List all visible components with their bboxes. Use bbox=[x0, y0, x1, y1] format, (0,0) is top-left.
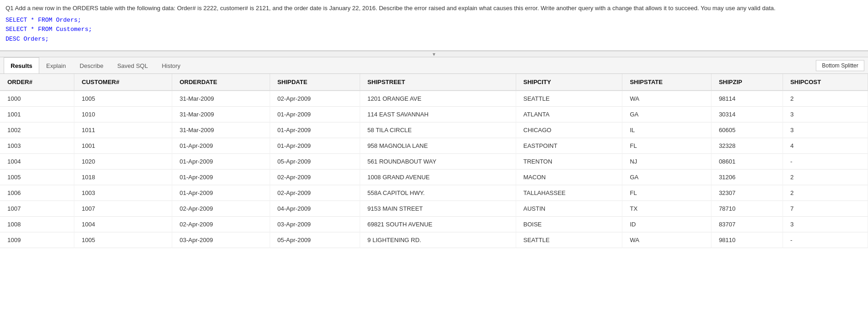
table-cell: 32328 bbox=[711, 138, 783, 154]
table-cell: 561 ROUNDABOUT WAY bbox=[360, 154, 516, 170]
table-cell: 1002 bbox=[0, 122, 74, 138]
table-cell: 2 bbox=[783, 185, 868, 201]
table-cell: 83707 bbox=[711, 217, 783, 232]
table-cell: 7 bbox=[783, 201, 868, 217]
table-cell: ATLANTA bbox=[516, 107, 622, 122]
table-cell: 02-Apr-2009 bbox=[270, 170, 360, 185]
tabs-left: Results Explain Describe Saved SQL Histo… bbox=[4, 57, 187, 73]
col-shipstreet: SHIPSTREET bbox=[360, 74, 516, 91]
table-cell: 03-Apr-2009 bbox=[172, 232, 270, 248]
table-cell: 1005 bbox=[74, 91, 172, 107]
table-cell: 1005 bbox=[0, 170, 74, 185]
table-cell: 31-Mar-2009 bbox=[172, 91, 270, 107]
table-cell: 98110 bbox=[711, 232, 783, 248]
table-cell: 1003 bbox=[74, 185, 172, 201]
bottom-splitter-button[interactable]: Bottom Splitter bbox=[816, 60, 864, 71]
table-cell: 31-Mar-2009 bbox=[172, 122, 270, 138]
table-cell: ID bbox=[622, 217, 711, 232]
table-row: 1005101801-Apr-200902-Apr-20091008 GRAND… bbox=[0, 170, 868, 185]
table-cell: 1007 bbox=[74, 201, 172, 217]
col-shipcost: SHIPCOST bbox=[783, 74, 868, 91]
sql-code-block: SELECT * FROM Orders; SELECT * FROM Cust… bbox=[6, 16, 862, 44]
table-cell: 1001 bbox=[0, 107, 74, 122]
table-cell: 558A CAPITOL HWY. bbox=[360, 185, 516, 201]
table-cell: 01-Apr-2009 bbox=[270, 107, 360, 122]
table-cell: 32307 bbox=[711, 185, 783, 201]
table-cell: FL bbox=[622, 185, 711, 201]
table-cell: 02-Apr-2009 bbox=[172, 217, 270, 232]
table-row: 1001101031-Mar-200901-Apr-2009114 EAST S… bbox=[0, 107, 868, 122]
table-row: 1009100503-Apr-200905-Apr-20099 LIGHTENI… bbox=[0, 232, 868, 248]
table-cell: 08601 bbox=[711, 154, 783, 170]
table-cell: 01-Apr-2009 bbox=[172, 154, 270, 170]
table-cell: 2 bbox=[783, 170, 868, 185]
table-cell: 9153 MAIN STREET bbox=[360, 201, 516, 217]
table-cell: 1001 bbox=[74, 138, 172, 154]
tab-explain[interactable]: Explain bbox=[39, 57, 73, 73]
table-cell: WA bbox=[622, 232, 711, 248]
table-cell: CHICAGO bbox=[516, 122, 622, 138]
table-row: 1006100301-Apr-200902-Apr-2009558A CAPIT… bbox=[0, 185, 868, 201]
table-cell: GA bbox=[622, 170, 711, 185]
table-cell: 1000 bbox=[0, 91, 74, 107]
table-cell: GA bbox=[622, 107, 711, 122]
table-cell: TALLAHASSEE bbox=[516, 185, 622, 201]
table-cell: 1004 bbox=[74, 217, 172, 232]
tab-saved-sql[interactable]: Saved SQL bbox=[110, 57, 155, 73]
table-cell: EASTPOINT bbox=[516, 138, 622, 154]
table-cell: SEATTLE bbox=[516, 91, 622, 107]
tabs-bar: Results Explain Describe Saved SQL Histo… bbox=[0, 57, 868, 74]
table-cell: 4 bbox=[783, 138, 868, 154]
table-row: 1007100702-Apr-200904-Apr-20099153 MAIN … bbox=[0, 201, 868, 217]
table-cell: 1020 bbox=[74, 154, 172, 170]
table-cell: 01-Apr-2009 bbox=[270, 122, 360, 138]
table-body: 1000100531-Mar-200902-Apr-20091201 ORANG… bbox=[0, 91, 868, 248]
table-cell: 1008 GRAND AVENUE bbox=[360, 170, 516, 185]
table-cell: 58 TILA CIRCLE bbox=[360, 122, 516, 138]
results-table: ORDER# CUSTOMER# ORDERDATE SHIPDATE SHIP… bbox=[0, 74, 868, 248]
table-cell: BOISE bbox=[516, 217, 622, 232]
sql-line-3: DESC Orders; bbox=[6, 35, 862, 44]
table-cell: 98114 bbox=[711, 91, 783, 107]
col-order: ORDER# bbox=[0, 74, 74, 91]
col-shipzip: SHIPZIP bbox=[711, 74, 783, 91]
col-shipdate: SHIPDATE bbox=[270, 74, 360, 91]
table-cell: 1005 bbox=[74, 232, 172, 248]
tab-describe[interactable]: Describe bbox=[73, 57, 110, 73]
table-cell: 1006 bbox=[0, 185, 74, 201]
table-cell: AUSTIN bbox=[516, 201, 622, 217]
table-row: 1008100402-Apr-200903-Apr-200969821 SOUT… bbox=[0, 217, 868, 232]
table-row: 1000100531-Mar-200902-Apr-20091201 ORANG… bbox=[0, 91, 868, 107]
tab-history[interactable]: History bbox=[155, 57, 187, 73]
table-cell: 1004 bbox=[0, 154, 74, 170]
table-cell: 3 bbox=[783, 217, 868, 232]
table-cell: 3 bbox=[783, 107, 868, 122]
table-cell: 31206 bbox=[711, 170, 783, 185]
table-cell: MACON bbox=[516, 170, 622, 185]
tab-results[interactable]: Results bbox=[4, 57, 39, 73]
table-cell: 01-Apr-2009 bbox=[270, 138, 360, 154]
table-cell: 30314 bbox=[711, 107, 783, 122]
table-row: 1004102001-Apr-200905-Apr-2009561 ROUNDA… bbox=[0, 154, 868, 170]
table-cell: 02-Apr-2009 bbox=[270, 185, 360, 201]
table-cell: 1201 ORANGE AVE bbox=[360, 91, 516, 107]
table-cell: 1011 bbox=[74, 122, 172, 138]
table-cell: 05-Apr-2009 bbox=[270, 154, 360, 170]
col-shipcity: SHIPCITY bbox=[516, 74, 622, 91]
table-cell: 02-Apr-2009 bbox=[172, 201, 270, 217]
table-cell: IL bbox=[622, 122, 711, 138]
table-cell: 03-Apr-2009 bbox=[270, 217, 360, 232]
col-orderdate: ORDERDATE bbox=[172, 74, 270, 91]
col-shipstate: SHIPSTATE bbox=[622, 74, 711, 91]
divider-handle[interactable] bbox=[0, 51, 868, 57]
table-cell: - bbox=[783, 232, 868, 248]
table-cell: TRENTON bbox=[516, 154, 622, 170]
table-cell: 1008 bbox=[0, 217, 74, 232]
table-cell: 02-Apr-2009 bbox=[270, 91, 360, 107]
table-cell: FL bbox=[622, 138, 711, 154]
query-area: Q1 Add a new row in the ORDERS table wit… bbox=[0, 0, 868, 51]
table-cell: 01-Apr-2009 bbox=[172, 138, 270, 154]
table-cell: TX bbox=[622, 201, 711, 217]
table-cell: 1018 bbox=[74, 170, 172, 185]
sql-line-2: SELECT * FROM Customers; bbox=[6, 25, 862, 35]
